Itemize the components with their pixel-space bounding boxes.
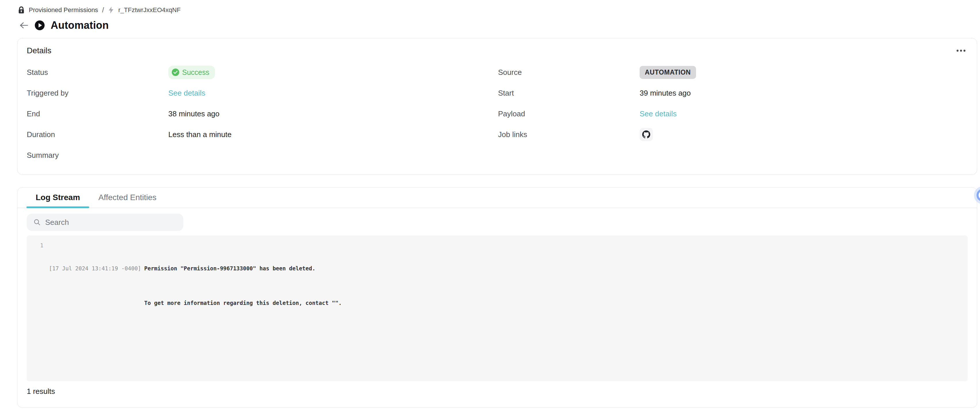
duration-value: Less than a minute xyxy=(168,130,232,139)
breadcrumb: Provisioned Permissions / r_TFztwrJxxEO4… xyxy=(18,5,181,15)
breadcrumb-item-provisioned-permissions[interactable]: Provisioned Permissions xyxy=(29,6,98,14)
details-label: Triggered by xyxy=(27,89,168,97)
play-circle-icon xyxy=(35,20,45,30)
lightning-icon xyxy=(108,6,114,14)
details-row-start: Start 39 minutes ago xyxy=(498,83,967,104)
tab-affected-entities[interactable]: Affected Entities xyxy=(89,187,166,207)
github-link[interactable] xyxy=(640,128,653,141)
log-viewer[interactable]: 1 [17 Jul 2024 13:41:19 -0400]Permission… xyxy=(27,236,967,381)
results-count: 1 results xyxy=(27,387,977,396)
details-label: Job links xyxy=(498,130,640,139)
details-label: Source xyxy=(498,68,640,77)
details-heading: Details xyxy=(27,46,51,56)
log-line-number: 1 xyxy=(27,239,43,332)
log-message-continuation: To get more information regarding this d… xyxy=(144,300,342,306)
details-grid: Status Success Triggered by See details xyxy=(18,62,977,166)
details-label: Summary xyxy=(27,151,168,160)
details-label: Start xyxy=(498,89,640,97)
search-icon xyxy=(33,219,41,226)
source-badge: AUTOMATION xyxy=(640,66,696,79)
payload-see-details-link[interactable]: See details xyxy=(640,109,677,118)
details-column-left: Status Success Triggered by See details xyxy=(27,62,498,166)
breadcrumb-item-run-id: r_TFztwrJxxEO4xqNF xyxy=(118,6,180,14)
details-label: End xyxy=(27,109,168,118)
ellipsis-menu-button[interactable] xyxy=(955,48,967,54)
details-row-payload: Payload See details xyxy=(498,104,967,124)
details-column-right: Source AUTOMATION Start 39 minutes ago P… xyxy=(498,62,967,166)
details-row-summary: Summary xyxy=(27,145,498,166)
tab-log-stream[interactable]: Log Stream xyxy=(27,187,89,207)
details-row-duration: Duration Less than a minute xyxy=(27,124,498,145)
tab-bar: Log Stream Affected Entities xyxy=(18,187,977,208)
lock-icon xyxy=(18,6,25,14)
log-line-text: [17 Jul 2024 13:41:19 -0400]Permission "… xyxy=(49,239,342,332)
end-value: 38 minutes ago xyxy=(168,109,220,118)
triggered-by-see-details-link[interactable]: See details xyxy=(168,89,205,97)
breadcrumb-separator: / xyxy=(102,6,104,14)
details-row-triggered-by: Triggered by See details xyxy=(27,83,498,104)
details-label: Payload xyxy=(498,109,640,118)
details-row-source: Source AUTOMATION xyxy=(498,62,967,83)
status-badge-label: Success xyxy=(182,68,209,77)
details-label: Duration xyxy=(27,130,168,139)
search-box xyxy=(27,214,183,231)
details-row-status: Status Success xyxy=(27,62,498,83)
start-value: 39 minutes ago xyxy=(640,89,691,97)
page-title: Automation xyxy=(51,19,109,31)
github-icon xyxy=(642,131,650,139)
check-circle-icon xyxy=(172,69,179,76)
details-row-end: End 38 minutes ago xyxy=(27,104,498,124)
search-input[interactable] xyxy=(45,218,183,227)
log-message: Permission "Permission-9967133000" has b… xyxy=(144,265,315,271)
status-badge: Success xyxy=(168,65,215,79)
back-button[interactable] xyxy=(19,21,29,30)
details-label: Status xyxy=(27,68,168,77)
page-header: Automation xyxy=(19,19,109,32)
log-line: 1 [17 Jul 2024 13:41:19 -0400]Permission… xyxy=(27,239,967,332)
details-card: Details Status Success xyxy=(17,38,977,175)
details-row-job-links: Job links xyxy=(498,124,967,145)
log-timestamp: [17 Jul 2024 13:41:19 -0400] xyxy=(49,265,141,271)
log-card: Log Stream Affected Entities 1 [17 Jul 2… xyxy=(17,187,977,408)
